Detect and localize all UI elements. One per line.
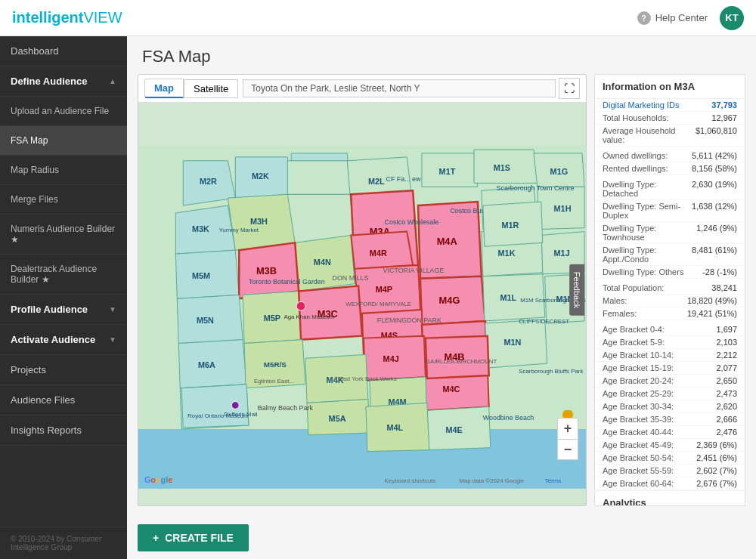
svg-text:M5M: M5M: [192, 271, 210, 280]
svg-text:M2K: M2K: [252, 171, 269, 181]
info-age-15-19-label: Age Bracket 15-19:: [603, 363, 699, 372]
info-townhouse-value: 1,246 (9%): [696, 224, 737, 242]
info-males-label: Males:: [603, 296, 687, 305]
create-file-button[interactable]: + CREATE FILE: [138, 524, 249, 551]
svg-text:M4G: M4G: [439, 295, 460, 306]
map-tab-map[interactable]: Map: [144, 79, 184, 98]
svg-text:Woodbine Beach: Woodbine Beach: [483, 414, 534, 422]
header: intelligentVIEW ? Help Center KT: [0, 0, 756, 36]
sidebar-define-audience-label: Define Audience: [11, 76, 87, 87]
fsa-map-svg[interactable]: M2R M2K M2N M1T M1S M1G: [138, 102, 586, 506]
sidebar-activate-audience-label: Activate Audience: [11, 334, 95, 345]
svg-text:Balmy Beach Park: Balmy Beach Park: [258, 404, 314, 412]
info-households-value: 12,967: [699, 113, 737, 122]
svg-text:Scarborough Town Centre: Scarborough Town Centre: [497, 184, 575, 192]
sidebar-item-fsa-map[interactable]: FSA Map: [0, 126, 127, 156]
page-title: FSA Map: [142, 47, 741, 66]
info-age-40-44-label: Age Bracket 40-44:: [603, 428, 699, 437]
help-center-label: Help Center: [655, 12, 708, 23]
sidebar-item-profile-audience[interactable]: Profile Audience ▼: [0, 295, 127, 325]
info-row-age-60-64: Age Bracket 60-64: 2,676 (7%): [595, 477, 745, 490]
info-age-30-34-label: Age Bracket 30-34:: [603, 402, 699, 411]
info-age-45-49-value: 2,369 (6%): [696, 440, 737, 449]
info-age-5-9-label: Age Bracket 5-9:: [603, 338, 699, 347]
svg-text:M1L: M1L: [500, 293, 517, 302]
svg-text:M3H: M3H: [250, 217, 268, 226]
help-icon: ?: [637, 11, 651, 25]
svg-text:M2L: M2L: [368, 177, 385, 186]
info-age-60-64-label: Age Bracket 60-64:: [603, 479, 696, 488]
info-row-semi: Dwelling Type: Semi-Duplex 1,638 (12%): [595, 200, 745, 222]
info-age-60-64-value: 2,676 (7%): [696, 479, 737, 488]
info-row-condo: Dwelling Type: Appt./Condo 8,481 (61%): [595, 244, 745, 266]
info-row-age-20-24: Age Bracket 20-24: 2,650: [595, 375, 745, 388]
sidebar-audience-files-label: Audience Files: [11, 394, 75, 406]
info-age-25-29-label: Age Bracket 25-29:: [603, 389, 699, 398]
svg-text:Google: Google: [144, 475, 172, 484]
help-center-button[interactable]: ? Help Center: [637, 11, 708, 25]
sidebar-item-define-audience[interactable]: Define Audience ▲: [0, 66, 127, 97]
info-age-20-24-label: Age Bracket 20-24:: [603, 376, 699, 385]
chevron-down-icon-activate: ▼: [109, 335, 116, 344]
map-location-input[interactable]: Toyota On the Park, Leslie Street, North…: [243, 79, 556, 97]
info-row-total-pop: Total Population: 38,241: [595, 282, 745, 295]
svg-text:M1N: M1N: [503, 338, 521, 347]
svg-point-92: [231, 401, 239, 409]
info-age-40-44-value: 2,476: [699, 428, 737, 437]
sidebar-profile-audience-label: Profile Audience: [11, 304, 88, 315]
logo-suffix: VIEW: [83, 9, 122, 26]
map-tab-satellite[interactable]: Satellite: [184, 79, 238, 98]
svg-text:M1J: M1J: [554, 249, 570, 258]
sidebar-item-dashboard[interactable]: Dashboard: [0, 36, 127, 66]
chevron-up-icon: ▲: [109, 77, 116, 85]
info-males-value: 18,820 (49%): [687, 296, 737, 305]
sidebar-item-insights-reports[interactable]: Insights Reports: [0, 415, 127, 446]
map-container[interactable]: Map Satellite Toyota On the Park, Leslie…: [138, 74, 587, 506]
info-row-households: Total Households: 12,967: [595, 112, 745, 125]
fullscreen-button[interactable]: ⛶: [559, 78, 580, 99]
info-row-age-55-59: Age Bracket 55-59: 2,602 (7%): [595, 465, 745, 477]
sidebar-item-activate-audience[interactable]: Activate Audience ▼: [0, 325, 127, 355]
info-age-30-34-value: 2,620: [699, 402, 737, 411]
info-age-55-59-label: Age Bracket 55-59:: [603, 466, 696, 475]
sidebar-item-merge-files[interactable]: Merge Files: [0, 185, 127, 215]
info-age-20-24-value: 2,650: [699, 376, 737, 385]
svg-text:M4P: M4P: [376, 285, 392, 294]
sidebar-dashboard-label: Dashboard: [11, 45, 59, 57]
svg-point-88: [296, 301, 305, 310]
info-panel-title: Information on M3A: [595, 75, 745, 99]
svg-text:VICTORIA VILLAGE: VICTORIA VILLAGE: [383, 267, 445, 274]
info-females-label: Females:: [603, 309, 687, 318]
info-age-0-4-value: 1,697: [699, 325, 737, 334]
svg-text:M4E: M4E: [446, 425, 463, 434]
sidebar-item-numeris[interactable]: Numeris Audience Builder ★: [0, 215, 127, 255]
svg-text:Dufferin Mall: Dufferin Mall: [224, 411, 257, 418]
svg-text:M4J: M4J: [383, 354, 399, 363]
info-rented-label: Rented dwellings:: [603, 164, 692, 173]
sidebar-dealertrack-label: Dealertrack Audience Builder ★: [11, 264, 116, 285]
avatar[interactable]: KT: [720, 6, 744, 30]
sidebar-item-projects[interactable]: Projects: [0, 355, 127, 385]
zoom-in-button[interactable]: +: [557, 418, 578, 439]
logo-prefix: intelligent: [12, 9, 83, 26]
info-row-age-15-19: Age Bracket 15-19: 2,077: [595, 362, 745, 375]
svg-text:M3B: M3B: [256, 265, 277, 276]
svg-text:Eglinton East...: Eglinton East...: [254, 378, 294, 385]
zoom-out-button[interactable]: −: [557, 439, 578, 460]
info-condo-value: 8,481 (61%): [692, 246, 737, 264]
info-row-age-35-39: Age Bracket 35-39: 2,666: [595, 413, 745, 426]
info-total-pop-value: 38,241: [699, 283, 737, 292]
info-age-45-49-label: Age Bracket 45-49:: [603, 440, 696, 449]
sidebar-item-map-radius[interactable]: Map Radius: [0, 156, 127, 185]
content-area: FSA Map Map Satellite Toyota On the Park…: [127, 36, 756, 559]
svg-text:Scarborough Bluffs Park: Scarborough Bluffs Park: [519, 368, 583, 375]
sidebar-item-dealertrack[interactable]: Dealertrack Audience Builder ★: [0, 255, 127, 295]
sidebar-merge-files-label: Merge Files: [11, 194, 58, 205]
svg-text:M1G: M1G: [550, 167, 569, 176]
info-age-55-59-value: 2,602 (7%): [696, 466, 737, 475]
sidebar-item-upload-audience[interactable]: Upload an Audience File: [0, 97, 127, 126]
sidebar-item-audience-files[interactable]: Audience Files: [0, 385, 127, 415]
info-semi-value: 1,638 (12%): [692, 202, 737, 220]
feedback-tab[interactable]: Feedback: [569, 264, 584, 316]
svg-marker-18: [287, 161, 351, 194]
